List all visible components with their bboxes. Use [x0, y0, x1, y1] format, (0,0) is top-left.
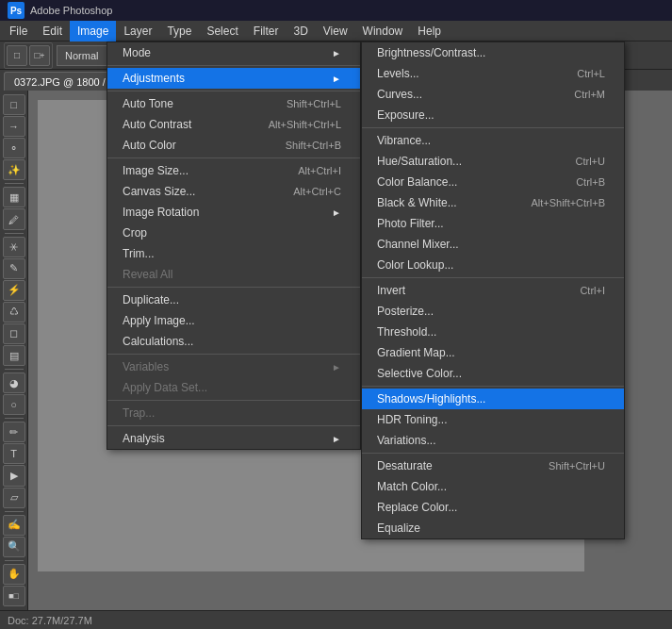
adj-brightness-contrast[interactable]: Brightness/Contrast...: [362, 42, 624, 63]
adj-selective-color[interactable]: Selective Color...: [362, 363, 624, 384]
app-logo: Ps: [8, 2, 25, 19]
menu-image[interactable]: Image: [70, 21, 116, 41]
path-tool[interactable]: ▶: [3, 465, 25, 486]
eyedropper-tool[interactable]: 🖉: [3, 208, 25, 229]
marquee-tool[interactable]: □: [3, 94, 25, 115]
menu-mode[interactable]: Mode ►: [107, 42, 360, 63]
menu-analysis[interactable]: Analysis ►: [107, 428, 360, 449]
new-selection-btn[interactable]: □: [7, 45, 27, 66]
adj-vibrance[interactable]: Vibrance...: [362, 130, 624, 151]
menu-canvas-size[interactable]: Canvas Size... Alt+Ctrl+C: [107, 181, 360, 202]
menu-layer[interactable]: Layer: [116, 21, 159, 41]
adj-black-white[interactable]: Black & White... Alt+Shift+Ctrl+B: [362, 192, 624, 213]
adj-color-balance[interactable]: Color Balance... Ctrl+B: [362, 172, 624, 192]
pen-tool[interactable]: ✏: [3, 422, 25, 442]
doc-info: Doc: 27.7M/27.7M: [8, 615, 92, 626]
adj-color-lookup[interactable]: Color Lookup...: [362, 255, 624, 275]
app-title: Adobe Photoshop: [30, 5, 112, 16]
menu-auto-color[interactable]: Auto Color Shift+Ctrl+B: [107, 135, 360, 156]
crop-tool[interactable]: ▦: [3, 187, 25, 207]
menu-apply-data-set[interactable]: Apply Data Set...: [107, 377, 360, 398]
adj-exposure[interactable]: Exposure...: [362, 105, 624, 125]
tool-separator-3: [5, 369, 24, 370]
adj-hdr-toning[interactable]: HDR Toning...: [362, 409, 624, 430]
heal-tool[interactable]: ⚹: [3, 237, 25, 257]
title-bar: Ps Adobe Photoshop: [0, 0, 672, 21]
sep6: [107, 400, 360, 401]
clone-tool[interactable]: ⚡: [3, 280, 25, 301]
adj-levels[interactable]: Levels... Ctrl+L: [362, 63, 624, 84]
menu-crop[interactable]: Crop: [107, 223, 360, 243]
menu-duplicate[interactable]: Duplicate...: [107, 290, 360, 310]
adj-hue-saturation[interactable]: Hue/Saturation... Ctrl+U: [362, 151, 624, 172]
menu-auto-contrast[interactable]: Auto Contrast Alt+Shift+Ctrl+L: [107, 114, 360, 135]
gradient-tool[interactable]: ▤: [3, 345, 25, 366]
toolbox: □ → ⚬ ✨ ▦ 🖉 ⚹ ✎ ⚡ ♺ ◻ ▤ ◕ ○ ✏ T ▶ ▱ ✍ 🔍 …: [0, 91, 28, 610]
add-selection-btn[interactable]: □+: [29, 45, 50, 66]
marquee-options-group: □ □+: [4, 42, 53, 69]
type-tool[interactable]: T: [3, 443, 25, 464]
adj-match-color[interactable]: Match Color...: [362, 476, 624, 497]
adj-invert[interactable]: Invert Ctrl+I: [362, 280, 624, 301]
menu-view[interactable]: View: [316, 21, 355, 41]
history-tool[interactable]: ♺: [3, 302, 25, 323]
mode-arrow: ►: [332, 48, 341, 58]
adj-sep3: [362, 386, 624, 387]
move-tool[interactable]: →: [3, 116, 25, 137]
adj-desaturate[interactable]: Desaturate Shift+Ctrl+U: [362, 455, 624, 476]
menu-adjustments[interactable]: Adjustments ►: [107, 68, 360, 89]
rotation-arrow: ►: [332, 207, 341, 218]
menu-trim[interactable]: Trim...: [107, 243, 360, 264]
variables-arrow: ►: [332, 362, 341, 372]
adj-photo-filter[interactable]: Photo Filter...: [362, 213, 624, 234]
adjustments-arrow: ►: [332, 74, 341, 84]
menu-calculations[interactable]: Calculations...: [107, 331, 360, 352]
lasso-tool[interactable]: ⚬: [3, 138, 25, 158]
note-tool[interactable]: ✍: [3, 515, 25, 536]
menu-edit[interactable]: Edit: [35, 21, 70, 41]
adj-posterize[interactable]: Posterize...: [362, 301, 624, 322]
dodge-tool[interactable]: ○: [3, 394, 25, 415]
adj-variations[interactable]: Variations...: [362, 430, 624, 451]
sep1: [107, 65, 360, 66]
brush-tool[interactable]: ✎: [3, 258, 25, 279]
adj-curves[interactable]: Curves... Ctrl+M: [362, 84, 624, 105]
menu-bar: File Edit Image Layer Type Select Filter…: [0, 21, 672, 41]
adj-sep4: [362, 453, 624, 454]
menu-reveal-all[interactable]: Reveal All: [107, 264, 360, 285]
sep5: [107, 354, 360, 355]
adj-channel-mixer[interactable]: Channel Mixer...: [362, 234, 624, 255]
menu-help[interactable]: Help: [410, 21, 449, 41]
adj-gradient-map[interactable]: Gradient Map...: [362, 342, 624, 363]
sep7: [107, 425, 360, 426]
menu-window[interactable]: Window: [355, 21, 411, 41]
menu-type[interactable]: Type: [159, 21, 199, 41]
menu-file[interactable]: File: [2, 21, 35, 41]
adj-sep1: [362, 127, 624, 128]
tool-separator-6: [5, 560, 24, 561]
menu-variables[interactable]: Variables ►: [107, 356, 360, 377]
menu-image-rotation[interactable]: Image Rotation ►: [107, 202, 360, 223]
hand-tool[interactable]: ✋: [3, 564, 25, 585]
adj-threshold[interactable]: Threshold...: [362, 322, 624, 342]
fg-bg-tool[interactable]: ■□: [3, 586, 25, 606]
shape-tool[interactable]: ▱: [3, 488, 25, 508]
menu-3d[interactable]: 3D: [286, 21, 315, 41]
adj-shadows-highlights[interactable]: Shadows/Highlights...: [362, 389, 624, 409]
menu-apply-image[interactable]: Apply Image...: [107, 310, 360, 331]
eraser-tool[interactable]: ◻: [3, 323, 25, 344]
menu-auto-tone[interactable]: Auto Tone Shift+Ctrl+L: [107, 93, 360, 114]
menu-trap[interactable]: Trap...: [107, 403, 360, 423]
menu-select[interactable]: Select: [199, 21, 245, 41]
sep2: [107, 91, 360, 91]
adj-replace-color[interactable]: Replace Color...: [362, 497, 624, 518]
analysis-arrow: ►: [332, 434, 341, 444]
adj-equalize[interactable]: Equalize: [362, 518, 624, 538]
menu-filter[interactable]: Filter: [246, 21, 287, 41]
adjustments-menu: Brightness/Contrast... Levels... Ctrl+L …: [361, 41, 625, 539]
menu-image-size[interactable]: Image Size... Alt+Ctrl+I: [107, 160, 360, 181]
tool-separator-4: [5, 418, 24, 419]
wand-tool[interactable]: ✨: [3, 159, 25, 180]
blur-tool[interactable]: ◕: [3, 372, 25, 393]
zoom-tool[interactable]: 🔍: [3, 537, 25, 557]
